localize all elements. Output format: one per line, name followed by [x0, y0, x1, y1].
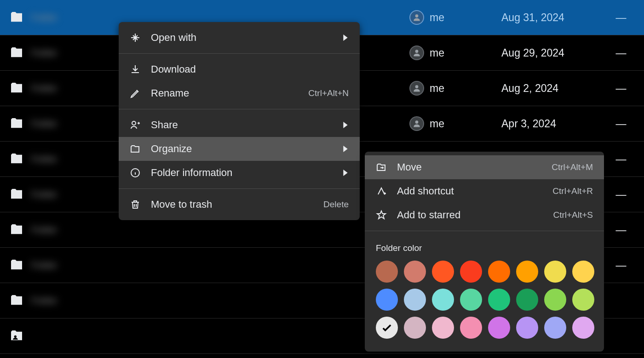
file-size: —	[607, 188, 635, 201]
trash-icon	[130, 199, 141, 210]
divider	[119, 109, 360, 109]
rename-icon	[130, 88, 141, 99]
menu-label: Organize	[151, 143, 333, 155]
divider	[365, 231, 604, 231]
menu-trash[interactable]: Move to trash Delete	[119, 193, 360, 216]
file-owner: me	[409, 116, 501, 131]
shortcut-label: Ctrl+Alt+N	[308, 88, 349, 98]
color-swatch[interactable]	[572, 261, 594, 283]
folder-icon	[9, 222, 31, 237]
add-shortcut-icon	[376, 186, 387, 197]
file-name: Folder	[31, 295, 409, 306]
shortcut-label: Ctrl+Alt+R	[552, 186, 593, 196]
folder-icon	[9, 81, 31, 96]
context-menu: Open with Download Rename Ctrl+Alt+N Sha…	[119, 22, 360, 220]
color-swatch[interactable]	[488, 261, 510, 283]
folder-icon	[9, 116, 31, 131]
svg-point-3	[415, 120, 419, 124]
color-swatch[interactable]	[404, 317, 426, 339]
file-size: —	[607, 11, 635, 24]
menu-label: Move to trash	[151, 199, 313, 210]
color-grid	[376, 261, 593, 339]
menu-rename[interactable]: Rename Ctrl+Alt+N	[119, 81, 360, 105]
folder-icon	[9, 258, 31, 273]
divider	[119, 53, 360, 54]
file-size: —	[607, 118, 635, 130]
chevron-right-icon	[343, 146, 349, 152]
menu-label: Move	[397, 161, 541, 173]
file-owner: me	[409, 45, 501, 60]
menu-share[interactable]: Share	[119, 113, 360, 137]
color-swatch[interactable]	[516, 317, 538, 339]
avatar-icon	[409, 116, 424, 131]
color-swatch[interactable]	[516, 289, 538, 311]
file-size: —	[607, 47, 635, 59]
svg-point-1	[415, 50, 419, 53]
color-swatch[interactable]	[376, 317, 398, 339]
color-swatch[interactable]	[404, 261, 426, 283]
color-swatch[interactable]	[460, 261, 482, 283]
folder-icon	[9, 187, 31, 202]
menu-label: Add to starred	[397, 209, 543, 221]
color-title: Folder color	[376, 243, 593, 253]
menu-label: Share	[151, 119, 333, 131]
submenu-add-starred[interactable]: Add to starred Ctrl+Alt+S	[365, 203, 604, 227]
svg-point-2	[415, 85, 419, 88]
file-name: Folder	[31, 225, 409, 235]
menu-open-with[interactable]: Open with	[119, 26, 360, 50]
avatar-icon	[409, 81, 424, 96]
color-swatch[interactable]	[572, 289, 594, 311]
download-icon	[130, 64, 141, 75]
color-swatch[interactable]	[488, 289, 510, 311]
file-date: Aug 31, 2024	[501, 11, 607, 24]
file-size: —	[607, 153, 635, 165]
organize-icon	[130, 143, 141, 154]
color-swatch[interactable]	[460, 317, 482, 339]
color-swatch[interactable]	[544, 261, 566, 283]
color-swatch[interactable]	[432, 317, 454, 339]
menu-folder-info[interactable]: Folder information	[119, 161, 360, 185]
divider	[119, 188, 360, 189]
color-swatch[interactable]	[516, 261, 538, 283]
folder-icon	[9, 293, 31, 308]
color-swatch[interactable]	[404, 289, 426, 311]
color-swatch[interactable]	[460, 289, 482, 311]
svg-point-4	[14, 335, 17, 338]
shortcut-label: Delete	[323, 199, 349, 210]
submenu-add-shortcut[interactable]: Add shortcut Ctrl+Alt+R	[365, 179, 604, 203]
menu-download[interactable]: Download	[119, 57, 360, 81]
menu-label: Add shortcut	[397, 185, 542, 197]
menu-label: Open with	[151, 32, 333, 44]
menu-organize[interactable]: Organize	[119, 137, 360, 161]
color-swatch[interactable]	[376, 261, 398, 283]
color-swatch[interactable]	[572, 317, 594, 339]
open-with-icon	[130, 32, 141, 43]
submenu-move[interactable]: Move Ctrl+Alt+M	[365, 155, 604, 179]
color-swatch[interactable]	[432, 261, 454, 283]
file-date: Aug 29, 2024	[501, 47, 607, 59]
file-owner: me	[409, 10, 501, 25]
star-icon	[376, 210, 387, 221]
file-date: Apr 3, 2024	[501, 118, 607, 130]
chevron-right-icon	[343, 34, 349, 41]
shortcut-label: Ctrl+Alt+M	[552, 162, 593, 172]
file-date: Aug 2, 2024	[501, 82, 607, 95]
file-name: Folder	[31, 12, 409, 23]
info-icon	[130, 167, 141, 178]
color-swatch[interactable]	[432, 289, 454, 311]
shortcut-label: Ctrl+Alt+S	[553, 210, 593, 220]
avatar-icon	[409, 10, 424, 25]
svg-point-0	[415, 14, 419, 17]
chevron-right-icon	[343, 170, 349, 176]
avatar-icon	[409, 45, 424, 60]
color-swatch[interactable]	[376, 289, 398, 311]
color-swatch[interactable]	[544, 317, 566, 339]
color-swatch[interactable]	[544, 289, 566, 311]
file-name: Folder	[31, 260, 409, 271]
color-swatch[interactable]	[488, 317, 510, 339]
menu-label: Folder information	[151, 167, 333, 179]
menu-label: Download	[151, 63, 349, 75]
organize-submenu: Move Ctrl+Alt+M Add shortcut Ctrl+Alt+R …	[365, 152, 604, 352]
folder-icon	[9, 45, 31, 60]
folder-icon	[9, 152, 31, 166]
